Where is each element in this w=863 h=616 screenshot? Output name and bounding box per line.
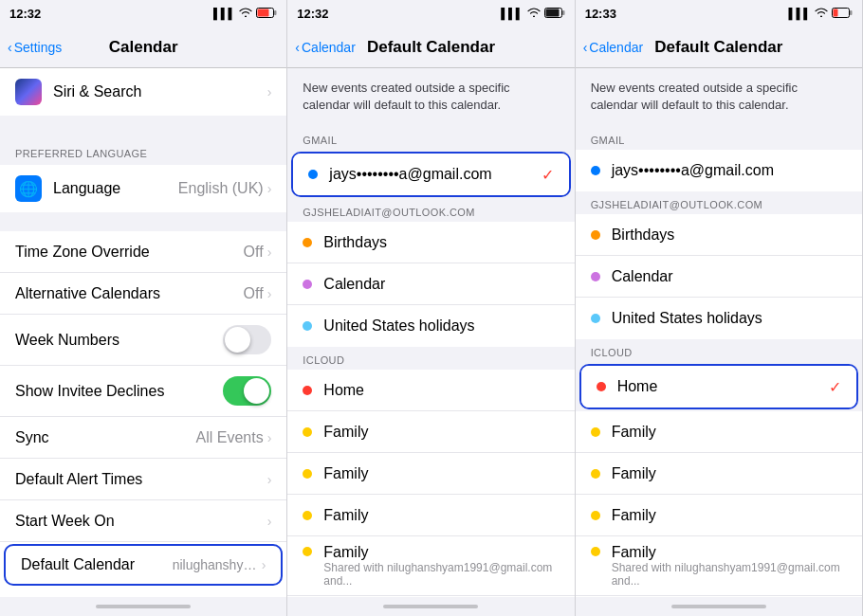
language-section-header: PREFERRED LANGUAGE xyxy=(0,135,286,165)
gmail-group-2: jays••••••••a@gmail.com xyxy=(576,150,862,191)
family-label-2d: Family xyxy=(612,544,847,561)
wifi-icon-2 xyxy=(527,8,541,19)
battery-icon xyxy=(256,8,277,20)
gmail-group-1: jays••••••••a@gmail.com ✓ xyxy=(291,152,570,197)
signal-icon-2: ▌▌▌ xyxy=(501,8,523,19)
back-label-3: Calendar xyxy=(589,40,643,55)
toggle-thumb xyxy=(225,327,250,353)
calendar-dot-2 xyxy=(591,272,600,281)
panel-default-calendar-2: 12:33 ▌▌▌ ‹ Calendar xyxy=(576,0,863,616)
family-row-1c[interactable]: Family xyxy=(287,495,574,536)
us-holidays-row-2[interactable]: United States holidays xyxy=(576,298,862,339)
back-chevron-2: ‹ xyxy=(295,40,300,55)
birthdays-row-1[interactable]: Birthdays xyxy=(287,222,574,263)
wifi-icon xyxy=(239,8,252,19)
home-row-1[interactable]: Home xyxy=(287,370,574,411)
icloud-header-1: ICLOUD xyxy=(287,347,574,370)
calendar-label-2: Calendar xyxy=(612,268,847,285)
calendar-dot-1 xyxy=(303,280,312,289)
family-row-2c[interactable]: Family xyxy=(576,495,862,536)
sync-chevron: › xyxy=(267,430,272,445)
back-button-1[interactable]: ‹ Settings xyxy=(8,40,62,55)
family-row-1a[interactable]: Family xyxy=(287,411,574,453)
outlook-header-1: GJSHELADIAIT@OUTLOOK.COM xyxy=(287,199,574,222)
globe-icon: 🌐 xyxy=(19,180,38,198)
svg-rect-7 xyxy=(850,10,853,15)
home-row-2[interactable]: Home ✓ xyxy=(581,366,856,408)
calendar-row-1[interactable]: Calendar xyxy=(287,263,574,305)
back-button-2[interactable]: ‹ Calendar xyxy=(295,40,356,55)
language-row[interactable]: 🌐 Language English (UK) › xyxy=(0,165,286,212)
alt-calendars-row[interactable]: Alternative Calendars Off › xyxy=(0,273,286,315)
home-indicator-3 xyxy=(671,605,766,608)
family-cell-1d: Family Shared with nilughanshyam1991@gma… xyxy=(323,544,559,588)
default-calendar-row[interactable]: Default Calendar nilughanshyam1991@g... … xyxy=(4,544,283,586)
home-label-2: Home xyxy=(617,378,821,395)
week-numbers-row[interactable]: Week Numbers xyxy=(0,315,286,366)
siri-icon xyxy=(15,79,42,105)
nav-title-1: Calendar xyxy=(109,38,178,57)
start-week-row[interactable]: Start Week On › xyxy=(0,500,286,542)
home-indicator-1 xyxy=(96,605,191,608)
gmail-header-1: GMAIL xyxy=(287,127,574,150)
sync-value: All Events xyxy=(196,429,264,446)
birthdays-row-2[interactable]: Birthdays xyxy=(576,214,862,256)
home-bar-1 xyxy=(0,597,286,616)
family-row-1b[interactable]: Family xyxy=(287,453,574,495)
time-2: 12:32 xyxy=(297,7,328,21)
family-label-2a: Family xyxy=(612,424,847,441)
show-invitee-toggle[interactable] xyxy=(223,376,271,406)
family-row-2d[interactable]: Family Shared with nilughanshyam1991@gma… xyxy=(576,536,862,596)
birthdays-label-1: Birthdays xyxy=(323,234,559,251)
wifi-icon-3 xyxy=(815,8,828,19)
birthdays-dot-2 xyxy=(591,230,600,240)
back-button-3[interactable]: ‹ Calendar xyxy=(583,40,644,55)
family-row-2b[interactable]: Family xyxy=(576,453,862,495)
show-invitee-row[interactable]: Show Invitee Declines xyxy=(0,366,286,417)
back-label-1: Settings xyxy=(14,40,63,55)
cal-description-2: New events created outside a specific ca… xyxy=(576,68,862,127)
outlook-header-2: GJSHELADIAIT@OUTLOOK.COM xyxy=(576,191,862,214)
nav-bar-3: ‹ Calendar Default Calendar xyxy=(576,27,862,68)
default-cal-content-2: New events created outside a specific ca… xyxy=(576,68,862,597)
default-alert-chevron: › xyxy=(267,472,272,487)
start-week-chevron: › xyxy=(267,514,272,529)
home-check-2: ✓ xyxy=(829,378,841,396)
signal-icon-3: ▌▌▌ xyxy=(789,8,811,19)
family-dot-1a xyxy=(303,427,312,437)
gmail-dot-1 xyxy=(308,170,318,179)
timezone-row[interactable]: Time Zone Override Off › xyxy=(0,231,286,273)
home-bar-3 xyxy=(576,597,862,616)
home-indicator-2 xyxy=(383,605,478,608)
outlook-group-2: Birthdays Calendar United States holiday… xyxy=(576,214,862,339)
signal-icon: ▌▌▌ xyxy=(213,8,235,19)
language-value: English (UK) xyxy=(178,180,264,197)
default-calendar-label: Default Calendar xyxy=(21,556,173,573)
icloud-group-1: Home Family Family Family Family Shared … xyxy=(287,370,574,597)
family-label-1d: Family xyxy=(323,544,559,561)
status-bar-2: 12:32 ▌▌▌ xyxy=(287,0,574,27)
family-label-1c: Family xyxy=(323,507,559,524)
nav-bar-1: ‹ Settings Calendar xyxy=(0,27,286,68)
gmail-row-2[interactable]: jays••••••••a@gmail.com xyxy=(576,150,862,191)
default-alert-row[interactable]: Default Alert Times › xyxy=(0,459,286,500)
home-dot-2 xyxy=(597,382,606,391)
family-dot-1d xyxy=(303,547,312,556)
svg-rect-2 xyxy=(258,9,269,16)
delegate-calendars-row[interactable]: Delegate Calendars › xyxy=(0,588,286,597)
home-dot-1 xyxy=(303,386,312,395)
family-dot-1b xyxy=(303,469,312,479)
calendar-row-2[interactable]: Calendar xyxy=(576,256,862,298)
time-1: 12:32 xyxy=(9,7,41,21)
gmail-row-1[interactable]: jays••••••••a@gmail.com ✓ xyxy=(293,154,568,195)
siri-search-row[interactable]: Siri & Search › xyxy=(0,68,286,116)
gmail-label-1: jays••••••••a@gmail.com xyxy=(329,166,533,183)
gmail-label-2: jays••••••••a@gmail.com xyxy=(612,162,847,179)
family-row-2a[interactable]: Family xyxy=(576,411,862,453)
week-numbers-toggle[interactable] xyxy=(223,325,271,354)
us-holidays-row-1[interactable]: United States holidays xyxy=(287,305,574,347)
nav-title-3: Default Calendar xyxy=(654,38,782,57)
family-row-1d[interactable]: Family Shared with nilughanshyam1991@gma… xyxy=(287,536,574,596)
start-week-label: Start Week On xyxy=(15,513,267,530)
sync-row[interactable]: Sync All Events › xyxy=(0,417,286,459)
